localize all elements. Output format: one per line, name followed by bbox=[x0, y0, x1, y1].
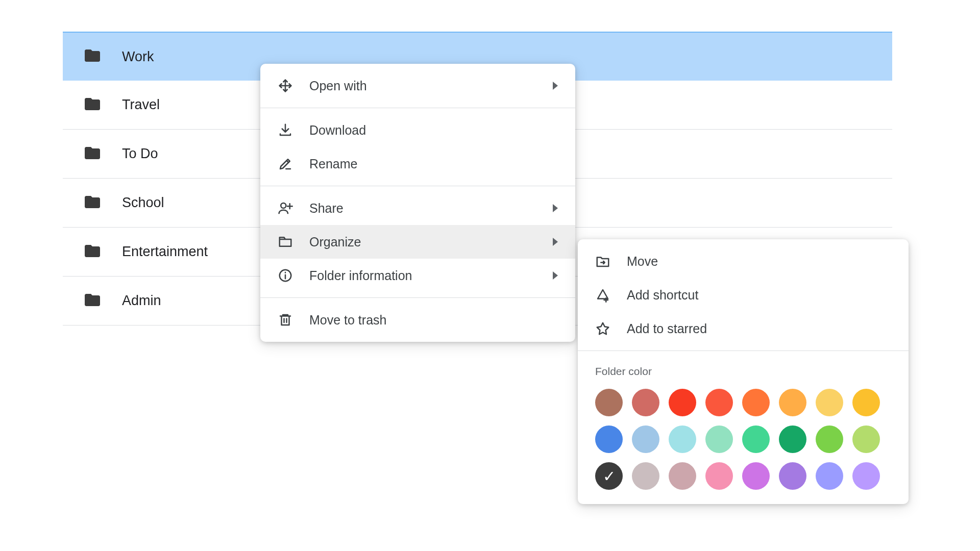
submenu-add-starred[interactable]: Add to starred bbox=[578, 312, 909, 345]
menu-separator bbox=[260, 297, 575, 298]
color-swatch[interactable] bbox=[742, 425, 770, 453]
folder-icon bbox=[83, 242, 102, 262]
color-swatch[interactable] bbox=[632, 389, 659, 416]
menu-label: Rename bbox=[309, 157, 558, 171]
menu-label: Download bbox=[309, 123, 558, 138]
menu-organize[interactable]: Organize bbox=[260, 225, 575, 259]
chevron-right-icon bbox=[553, 82, 558, 90]
menu-label: Add to starred bbox=[627, 321, 891, 336]
color-swatch[interactable] bbox=[816, 389, 843, 416]
color-swatch[interactable] bbox=[595, 389, 623, 416]
open-with-icon bbox=[278, 78, 293, 93]
organize-submenu: Move Add shortcut Add to starred Folder … bbox=[578, 239, 909, 504]
submenu-move[interactable]: Move bbox=[578, 244, 909, 278]
color-swatch[interactable] bbox=[852, 425, 880, 453]
menu-label: Open with bbox=[309, 79, 558, 93]
color-swatch[interactable]: ✓ bbox=[595, 462, 623, 490]
folder-icon bbox=[83, 193, 102, 213]
chevron-right-icon bbox=[553, 238, 558, 246]
color-swatch[interactable] bbox=[669, 425, 696, 453]
menu-download[interactable]: Download bbox=[260, 113, 575, 147]
menu-separator bbox=[260, 108, 575, 108]
color-swatch[interactable] bbox=[669, 389, 696, 416]
organize-icon bbox=[278, 234, 293, 249]
color-swatch[interactable] bbox=[595, 425, 623, 453]
folder-icon bbox=[83, 46, 102, 67]
folder-label: Entertainment bbox=[122, 244, 208, 260]
color-swatch[interactable] bbox=[742, 462, 770, 490]
color-swatch[interactable] bbox=[816, 425, 843, 453]
rename-icon bbox=[278, 156, 293, 171]
menu-folder-info[interactable]: Folder information bbox=[260, 259, 575, 292]
color-swatch[interactable] bbox=[705, 425, 733, 453]
color-swatch[interactable] bbox=[852, 462, 880, 490]
color-swatch[interactable] bbox=[779, 425, 806, 453]
folder-color-grid: ✓ bbox=[578, 380, 909, 490]
folder-label: Admin bbox=[122, 293, 161, 309]
menu-rename[interactable]: Rename bbox=[260, 147, 575, 181]
folder-label: Work bbox=[122, 49, 154, 65]
menu-label: Move to trash bbox=[309, 313, 558, 328]
color-swatch[interactable] bbox=[816, 462, 843, 490]
svg-point-0 bbox=[281, 203, 286, 208]
chevron-right-icon bbox=[553, 271, 558, 280]
menu-move-to-trash[interactable]: Move to trash bbox=[260, 303, 575, 337]
color-swatch[interactable] bbox=[852, 389, 880, 416]
info-icon bbox=[278, 268, 293, 283]
color-swatch[interactable] bbox=[742, 389, 770, 416]
folder-label: Travel bbox=[122, 97, 160, 113]
menu-label: Organize bbox=[309, 235, 558, 249]
color-swatch[interactable] bbox=[779, 462, 806, 490]
folder-label: To Do bbox=[122, 146, 158, 162]
color-swatch[interactable] bbox=[705, 389, 733, 416]
menu-label: Add shortcut bbox=[627, 288, 891, 303]
folder-icon bbox=[83, 95, 102, 115]
checkmark-icon: ✓ bbox=[603, 467, 616, 485]
menu-separator bbox=[260, 186, 575, 186]
download-icon bbox=[278, 122, 293, 138]
share-icon bbox=[278, 201, 293, 216]
folder-icon bbox=[83, 144, 102, 164]
menu-share[interactable]: Share bbox=[260, 191, 575, 225]
color-swatch[interactable] bbox=[669, 462, 696, 490]
menu-open-with[interactable]: Open with bbox=[260, 69, 575, 103]
folder-color-label: Folder color bbox=[578, 356, 909, 380]
menu-label: Folder information bbox=[309, 268, 558, 283]
color-swatch[interactable] bbox=[632, 425, 659, 453]
submenu-add-shortcut[interactable]: Add shortcut bbox=[578, 278, 909, 312]
folder-icon bbox=[83, 291, 102, 311]
trash-icon bbox=[278, 312, 293, 328]
menu-label: Share bbox=[309, 201, 558, 216]
star-icon bbox=[595, 321, 610, 336]
move-icon bbox=[595, 254, 610, 269]
menu-separator bbox=[578, 350, 909, 351]
menu-label: Move bbox=[627, 254, 891, 269]
folder-label: School bbox=[122, 195, 164, 211]
color-swatch[interactable] bbox=[632, 462, 659, 490]
add-shortcut-icon bbox=[595, 287, 610, 303]
color-swatch[interactable] bbox=[779, 389, 806, 416]
color-swatch[interactable] bbox=[705, 462, 733, 490]
context-menu: Open with Download Rename Share bbox=[260, 64, 575, 342]
chevron-right-icon bbox=[553, 204, 558, 212]
